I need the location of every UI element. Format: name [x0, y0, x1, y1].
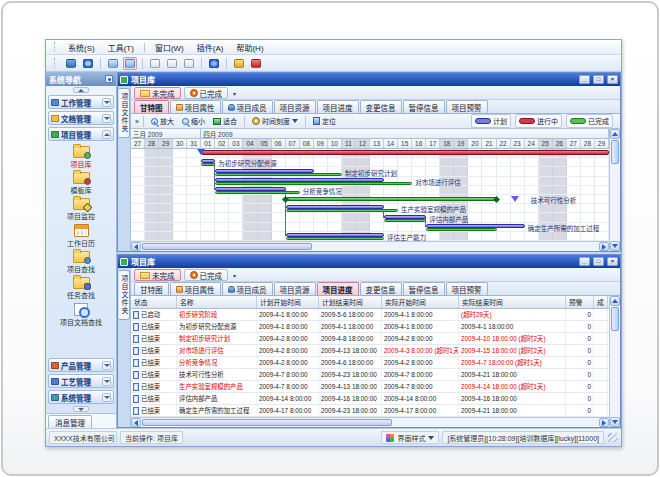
tab-变更信息[interactable]: 变更信息	[360, 100, 402, 113]
scroll-left-button[interactable]	[131, 242, 141, 251]
nav-item-模板库[interactable]: 模板库	[71, 172, 92, 195]
filter-overflow-button[interactable]: ▾	[233, 90, 236, 97]
tab-项目进度[interactable]: 项目进度	[317, 282, 359, 295]
menu-item[interactable]: 系统(S)	[62, 41, 101, 54]
gantt-bar-技术可行性分析[interactable]	[286, 197, 497, 201]
lock-icon[interactable]	[232, 57, 246, 70]
folder-open-icon[interactable]	[123, 57, 137, 70]
table-row[interactable]: 已结束对市场进行评估2009-4-2 8:00:002009-4-13 18:0…	[131, 345, 609, 357]
toolbar-overflow[interactable]: »	[135, 118, 139, 125]
tab-项目预警[interactable]: 项目预警	[446, 100, 488, 113]
scroll-thumb[interactable]	[142, 419, 392, 426]
gantt-vscrollbar[interactable]	[609, 129, 620, 251]
column-header-成[interactable]: 成	[594, 296, 608, 308]
nav-group-header[interactable]: 工艺管理	[48, 374, 114, 388]
tab-项目属性[interactable]: 项目属性	[170, 282, 221, 295]
filter-tab-已完成[interactable]: 已完成	[184, 269, 229, 281]
tool-适合[interactable]: 适合	[210, 115, 240, 127]
chevron-button[interactable]	[102, 377, 111, 386]
gantt-hscrollbar[interactable]	[131, 241, 609, 251]
table-row[interactable]: 已结束为初步研究分配资源2009-4-1 8:00:002009-4-1 18:…	[131, 321, 609, 333]
nav-item-项目文档查找[interactable]: 项目文档查找	[60, 303, 102, 327]
minimize-button[interactable]: _	[579, 257, 590, 266]
scroll-down-button[interactable]	[610, 417, 620, 427]
table-row[interactable]: 已结束制定初步研究计划2009-4-2 8:00:002009-4-8 18:0…	[131, 333, 609, 345]
column-header-实际结束时间[interactable]: 实际结束时间	[459, 296, 566, 308]
monitor-icon[interactable]	[64, 57, 78, 70]
table-row[interactable]: 已结束确定生产所需的加工过程2009-4-17 8:00:002009-4-23…	[131, 405, 609, 417]
tool-定位[interactable]: 定位	[310, 115, 339, 127]
globe-icon[interactable]	[81, 57, 95, 70]
tool-放大[interactable]: +放大	[148, 115, 177, 127]
nav-group-header[interactable]: 工作管理	[48, 95, 114, 109]
menu-item[interactable]: 帮助(H)	[230, 41, 269, 54]
chevron-button[interactable]	[102, 98, 111, 107]
nav-item-工作日历[interactable]: 工作日历	[67, 224, 95, 248]
table-hscrollbar[interactable]	[131, 417, 609, 427]
column-header-计划结束时间[interactable]: 计划结束时间	[319, 296, 382, 308]
tab-项目资源[interactable]: 项目资源	[274, 282, 316, 295]
sidebar-collapse-bottom[interactable]	[46, 405, 116, 413]
chevron-button[interactable]	[102, 114, 111, 123]
scroll-down-button[interactable]	[610, 241, 620, 251]
filter-overflow-button[interactable]: ▾	[233, 272, 236, 279]
folder-icon[interactable]	[106, 57, 120, 70]
pin-icon[interactable]	[105, 75, 113, 83]
nav-item-项目库[interactable]: 项目库	[71, 146, 92, 169]
gantt-bar-制定初步研究计划[interactable]	[215, 169, 313, 173]
stop-icon[interactable]	[249, 57, 263, 70]
nav-group-header[interactable]: 项目管理	[48, 127, 114, 141]
help-icon[interactable]	[207, 57, 221, 70]
filter-tab-未完成[interactable]: 未完成	[134, 87, 181, 99]
table-row[interactable]: 已结束评估内部产品2009-4-14 8:00:002009-4-16 18:0…	[131, 393, 609, 405]
filter-tab-未完成[interactable]: 未完成	[134, 269, 181, 281]
maximize-button[interactable]: □	[593, 257, 604, 266]
sidebar-collapse-top[interactable]	[46, 86, 116, 94]
tab-project-folder[interactable]: 项目文件夹	[119, 88, 130, 138]
tab-甘特图[interactable]: 甘特图	[134, 282, 169, 295]
column-header-状态[interactable]: 状态	[131, 296, 177, 308]
ui-style-button[interactable]: 界面样式	[381, 431, 439, 444]
tab-项目预警[interactable]: 项目预警	[446, 282, 488, 295]
scroll-thumb[interactable]	[611, 140, 619, 164]
tool-缩小[interactable]: -缩小	[179, 115, 208, 127]
scroll-right-button[interactable]	[599, 242, 609, 251]
nav-item-项目监控[interactable]: 项目监控	[67, 198, 95, 221]
chevron-button[interactable]	[102, 130, 111, 139]
column-header-名称[interactable]: 名称	[177, 296, 257, 308]
minimize-button[interactable]: _	[579, 75, 590, 84]
table-row[interactable]: 已结束分析竞争情况2009-4-2 8:00:002009-4-6 18:00:…	[131, 357, 609, 369]
scroll-up-button[interactable]	[610, 296, 620, 306]
table-vscrollbar[interactable]	[609, 296, 620, 427]
resize-grip[interactable]	[608, 433, 618, 443]
nav-group-header[interactable]: 系统管理	[48, 390, 114, 404]
gantt-bar-评估内部产品[interactable]	[384, 215, 426, 219]
mail-refresh-icon[interactable]	[165, 57, 179, 70]
scroll-right-button[interactable]	[599, 418, 609, 427]
mail-alert-icon[interactable]	[182, 57, 196, 70]
chevron-button[interactable]	[102, 361, 111, 370]
tab-项目属性[interactable]: 项目属性	[170, 100, 221, 113]
filter-tab-已完成[interactable]: 已完成	[184, 87, 229, 99]
tab-变更信息[interactable]: 变更信息	[360, 282, 402, 295]
tab-project-folder[interactable]: 项目文件夹	[119, 270, 130, 320]
scroll-left-button[interactable]	[131, 418, 141, 427]
tool-时间刻度[interactable]: 时间刻度	[249, 115, 301, 127]
nav-item-项目查找[interactable]: 项目查找	[67, 251, 95, 274]
maximize-button[interactable]: □	[593, 75, 604, 84]
tab-甘特图[interactable]: 甘特图	[134, 100, 169, 113]
tab-暂停信息[interactable]: 暂停信息	[403, 100, 445, 113]
column-header-预警[interactable]: 预警	[566, 296, 594, 308]
tab-message-management[interactable]: 消息管理	[48, 415, 92, 428]
chevron-button[interactable]	[102, 393, 111, 402]
scroll-thumb[interactable]	[611, 307, 619, 331]
scroll-thumb[interactable]	[142, 243, 312, 250]
tab-项目成员[interactable]: 项目成员	[222, 282, 273, 295]
table-row[interactable]: 已结束技术可行性分析2009-4-7 8:00:002009-4-23 18:0…	[131, 369, 609, 381]
mail-window-icon[interactable]	[148, 57, 162, 70]
tab-项目资源[interactable]: 项目资源	[274, 100, 316, 113]
tab-项目进度[interactable]: 项目进度	[317, 100, 359, 113]
tab-暂停信息[interactable]: 暂停信息	[403, 282, 445, 295]
nav-group-header[interactable]: 文档管理	[48, 111, 114, 125]
tab-项目成员[interactable]: 项目成员	[222, 100, 273, 113]
